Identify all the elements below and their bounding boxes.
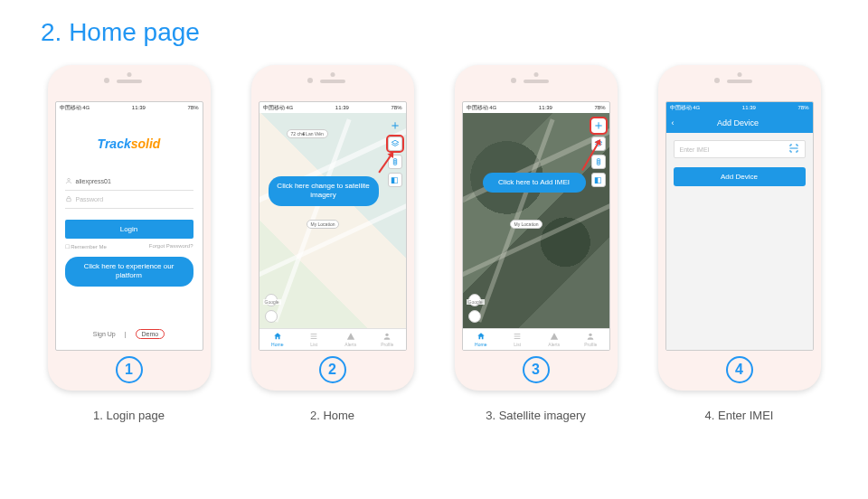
username-value: aliexpress01: [76, 178, 111, 184]
map-street[interactable]: 72 chế Lan Viên My Location ＋ ◧: [259, 113, 406, 328]
layer-toggle-button[interactable]: [388, 137, 402, 151]
status-bar: 中国移动 4G 11:39 78%: [56, 102, 203, 113]
imei-input[interactable]: Enter IMEI: [674, 140, 806, 158]
phone-camera: [511, 78, 516, 83]
my-location-label[interactable]: My Location: [510, 220, 543, 229]
status-time: 11:39: [742, 105, 756, 110]
poi-label: 72 chế Lan Viên: [287, 129, 328, 138]
status-battery: 78%: [187, 105, 198, 110]
qr-scan-icon[interactable]: [788, 143, 799, 155]
tab-profile[interactable]: Profile: [572, 329, 609, 350]
home-button-badge: 3: [523, 356, 550, 383]
tab-alerts[interactable]: Alerts: [536, 329, 573, 350]
demo-link[interactable]: Demo: [136, 329, 165, 339]
callout-satellite: Click here change to satellite imagery: [269, 176, 379, 206]
tab-label: Home: [271, 342, 283, 347]
status-carrier: 中国移动 4G: [670, 104, 701, 112]
tab-list[interactable]: List: [296, 329, 333, 350]
map-option-button[interactable]: ◧: [591, 173, 606, 187]
phone-sensor: [330, 72, 335, 77]
phone-frame: 中国移动 4G 11:39 78% ‹ Add Device Enter IME…: [658, 65, 821, 391]
remember-me-checkbox[interactable]: ☐ Remember Me: [65, 243, 107, 250]
tab-profile[interactable]: Profile: [369, 329, 406, 350]
tab-home[interactable]: Home: [463, 329, 500, 350]
google-attribution: Google: [263, 299, 281, 305]
tab-home[interactable]: Home: [259, 329, 297, 350]
password-placeholder: Password: [76, 196, 104, 202]
callout-add-imei: Click here to Add IMEI: [483, 173, 586, 193]
traffic-button[interactable]: [591, 155, 606, 169]
tab-list[interactable]: List: [499, 329, 536, 350]
username-field[interactable]: aliexpress01: [65, 173, 193, 191]
map-fab-col: [265, 294, 278, 323]
imei-placeholder: Enter IMEI: [680, 146, 710, 153]
refresh-button[interactable]: [468, 310, 481, 323]
svg-point-3: [394, 160, 395, 161]
svg-rect-1: [66, 199, 71, 202]
my-location-label[interactable]: My Location: [307, 220, 340, 229]
status-bar: 中国移动 4G 11:39 78%: [259, 102, 406, 113]
phone-speaker: [727, 80, 752, 83]
col-add-device: 中国移动 4G 11:39 78% ‹ Add Device Enter IME…: [651, 65, 827, 422]
phone-speaker: [320, 80, 345, 83]
phone-frame: 中国移动 4G 11:39 78% 72 chế Lan Viên My Loc…: [251, 65, 414, 391]
svg-rect-6: [311, 334, 317, 334]
status-bar: 中国移动 4G 11:39 78%: [463, 102, 609, 113]
tab-label: Alerts: [344, 342, 356, 347]
status-carrier: 中国移动 4G: [60, 104, 90, 112]
nav-title: Add Device: [680, 118, 797, 127]
password-field[interactable]: Password: [65, 191, 193, 209]
tab-bar: Home List Alerts Profile: [259, 328, 406, 350]
svg-point-12: [598, 162, 599, 163]
map-option-button[interactable]: ◧: [388, 173, 402, 187]
screen-login: 中国移动 4G 11:39 78% Tracksolid aliexpress0: [55, 101, 203, 351]
svg-point-11: [598, 160, 599, 161]
app-logo: Tracksolid: [65, 137, 193, 151]
tab-alerts[interactable]: Alerts: [333, 329, 370, 350]
add-device-button[interactable]: Add Device: [674, 167, 806, 186]
callout-experience: Click here to experience our platform: [65, 257, 193, 287]
tab-bar: Home List Alerts Profile: [463, 328, 609, 350]
svg-rect-8: [311, 338, 317, 339]
home-button-badge: 2: [319, 356, 346, 383]
screen-home: 中国移动 4G 11:39 78% 72 chế Lan Viên My Loc…: [259, 101, 407, 351]
phone-speaker: [117, 80, 142, 83]
login-button[interactable]: Login: [65, 220, 193, 239]
road-line: [462, 188, 610, 278]
page-title: 2. Home page: [41, 18, 827, 47]
back-icon[interactable]: ‹: [672, 118, 675, 127]
phone-sensor: [127, 72, 131, 77]
add-device-icon[interactable]: ＋: [388, 118, 402, 133]
tab-label: Profile: [584, 342, 597, 347]
refresh-button[interactable]: [265, 310, 278, 323]
svg-point-5: [394, 163, 395, 164]
status-battery: 78%: [391, 105, 401, 110]
forgot-password-link[interactable]: Forgot Password?: [149, 243, 193, 250]
phone-row: 中国移动 4G 11:39 78% Tracksolid aliexpress0: [41, 65, 827, 422]
status-time: 11:39: [132, 105, 146, 110]
signup-link[interactable]: Sign Up: [93, 331, 116, 337]
col-home: 中国移动 4G 11:39 78% 72 chế Lan Viên My Loc…: [244, 65, 420, 422]
svg-rect-14: [514, 334, 521, 334]
screen-add-device: 中国移动 4G 11:39 78% ‹ Add Device Enter IME…: [665, 101, 814, 351]
nav-header: ‹ Add Device: [666, 113, 813, 133]
col-satellite: 中国移动 4G 11:39 78% My Location ＋: [448, 65, 624, 422]
svg-point-17: [590, 334, 592, 336]
phone-sensor: [737, 72, 741, 77]
map-fab-col: [468, 294, 481, 323]
svg-point-9: [386, 334, 389, 336]
add-device-icon[interactable]: ＋: [591, 118, 606, 133]
status-carrier: 中国移动 4G: [467, 104, 497, 112]
home-button-badge: 4: [726, 356, 753, 383]
map-satellite[interactable]: My Location ＋ ◧: [463, 113, 609, 328]
caption-imei: 4. Enter IMEI: [705, 409, 774, 422]
google-attribution: Google: [467, 299, 485, 305]
phone-camera: [714, 78, 720, 83]
tab-label: Home: [475, 342, 486, 347]
logo-text-a: Track: [98, 137, 131, 151]
phone-speaker: [524, 80, 549, 83]
status-time: 11:39: [539, 105, 552, 110]
status-battery: 78%: [797, 105, 808, 110]
tab-label: Profile: [381, 342, 393, 347]
phone-camera: [104, 78, 109, 83]
